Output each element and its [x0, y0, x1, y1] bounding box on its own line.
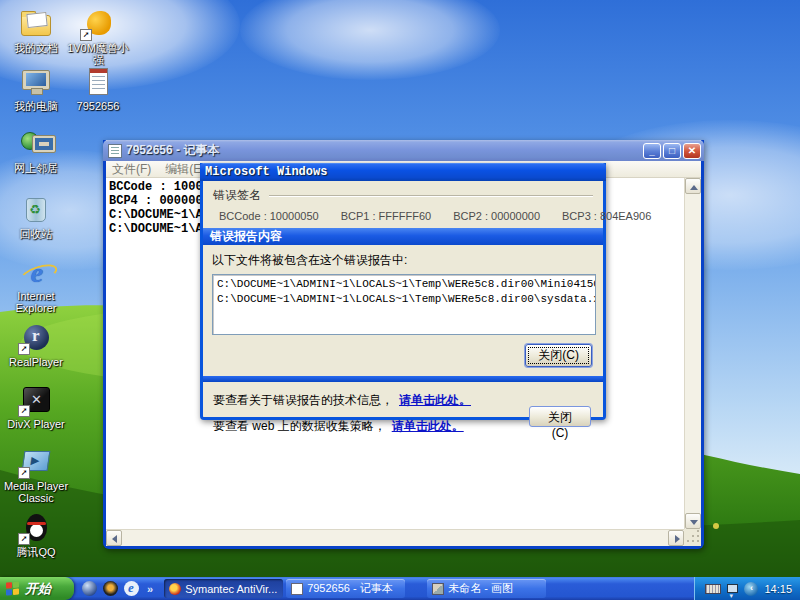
- internet-explorer-icon: e: [19, 256, 53, 288]
- taskbar-clock[interactable]: 14:15: [764, 583, 792, 595]
- taskbar-button-label: Symantec AntiVir...: [185, 583, 277, 595]
- report-contents-titlebar: 错误报告内容: [203, 228, 603, 245]
- data-policy-text: 要查看 web 上的数据收集策略，: [213, 419, 386, 433]
- my-documents-icon: [19, 8, 53, 40]
- notepad-task-icon: [291, 583, 303, 595]
- divx-player-icon: [19, 384, 53, 416]
- desktop-icon-label: 回收站: [0, 228, 72, 240]
- quicklaunch-realplayer-icon[interactable]: [82, 581, 97, 596]
- qq-icon: [19, 512, 53, 544]
- resize-grip[interactable]: [684, 529, 701, 546]
- vertical-scrollbar[interactable]: [684, 178, 701, 529]
- report-close-button[interactable]: 关闭(C): [525, 344, 592, 367]
- system-tray: ‹ 14:15: [694, 577, 800, 600]
- report-file-path: C:\DOCUME~1\ADMINI~1\LOCALS~1\Temp\WERe5…: [217, 292, 591, 307]
- network-places-icon: [19, 128, 53, 160]
- quicklaunch-internet-explorer-icon[interactable]: [124, 581, 139, 596]
- quicklaunch-overflow-chevron[interactable]: »: [147, 583, 153, 595]
- taskbar-button-label: 未命名 - 画图: [448, 581, 513, 596]
- taskbar-button-label: 7952656 - 记事本: [307, 581, 393, 596]
- minimize-button[interactable]: _: [643, 143, 661, 159]
- report-contents-title: 错误报告内容: [210, 228, 282, 245]
- bccode-value: BCCode : 10000050: [219, 210, 319, 222]
- data-policy-link[interactable]: 请单击此处。: [392, 419, 464, 433]
- realplayer-tray-icon[interactable]: ‹: [744, 582, 758, 596]
- taskbar: 开始 » Symantec AntiVir... 7952656 - 记事本 未…: [0, 577, 800, 600]
- notepad-window-icon: [108, 144, 122, 158]
- notepad-title: 7952656 - 记事本: [126, 142, 641, 159]
- tech-info-link[interactable]: 请单击此处。: [399, 393, 471, 407]
- scroll-up-button[interactable]: [685, 178, 701, 194]
- my-computer-icon: [19, 66, 53, 98]
- desktop-icon-divx-player[interactable]: DivX Player: [0, 384, 72, 430]
- desktop-icon-internet-explorer[interactable]: e Internet Explorer: [0, 256, 72, 314]
- desktop-icon-label: DivX Player: [0, 418, 72, 430]
- menu-file[interactable]: 文件(F): [112, 161, 151, 178]
- desktop-icon-network-places[interactable]: 网上邻居: [0, 128, 72, 174]
- symantec-icon: [169, 583, 181, 595]
- desktop-icon-7952656[interactable]: 7952656: [62, 66, 134, 112]
- dialog-footer: 要查看关于错误报告的技术信息，请单击此处。 要查看 web 上的数据收集策略，请…: [203, 382, 603, 435]
- desktop-icon-media-player-classic[interactable]: Media Player Classic: [0, 446, 72, 504]
- close-button[interactable]: ✕: [683, 143, 701, 159]
- taskbar-button-symantec[interactable]: Symantec AntiVir...: [164, 579, 283, 598]
- notepad-file-icon: [81, 66, 115, 98]
- error-signature-section: 错误签名 BCCode : 10000050 BCP1 : FFFFFF60 B…: [203, 181, 603, 228]
- quick-launch: »: [74, 581, 161, 596]
- dialog-titlebar[interactable]: Microsoft Windows: [200, 163, 606, 181]
- taskbar-button-paint[interactable]: 未命名 - 画图: [427, 579, 546, 598]
- desktop-icon-recycle-bin[interactable]: 回收站: [0, 194, 72, 240]
- scroll-right-button[interactable]: [668, 530, 684, 546]
- input-method-keyboard-icon[interactable]: [705, 584, 721, 594]
- recycle-bin-icon: [19, 194, 53, 226]
- bcp2-value: BCP2 : 00000000: [453, 210, 540, 222]
- taskbar-button-notepad[interactable]: 7952656 - 记事本: [286, 579, 405, 598]
- notepad-titlebar[interactable]: 7952656 - 记事本 _ □ ✕: [103, 140, 704, 161]
- maximize-button[interactable]: □: [663, 143, 681, 159]
- windows-flag-icon: [6, 581, 20, 595]
- desktop-icon-label: 1V0M魔兽小强: [62, 42, 134, 66]
- paint-task-icon: [432, 583, 444, 595]
- game-icon: [81, 8, 115, 40]
- desktop: 我的文档 1V0M魔兽小强 我的电脑 7952656 网上邻居 回收站 e In…: [0, 0, 800, 600]
- horizontal-scrollbar[interactable]: [106, 529, 684, 546]
- desktop-icon-label: RealPlayer: [0, 356, 72, 368]
- start-label: 开始: [25, 580, 51, 598]
- error-signature-label: 错误签名: [213, 187, 261, 204]
- media-player-classic-icon: [19, 446, 53, 478]
- desktop-icon-tencent-qq[interactable]: 腾讯QQ: [0, 512, 72, 558]
- desktop-icon-label: Media Player Classic: [0, 480, 72, 504]
- dialog-title: Microsoft Windows: [205, 165, 603, 179]
- error-report-dialog: Microsoft Windows 错误签名 BCCode : 10000050…: [200, 163, 606, 420]
- desktop-icon-label: 网上邻居: [0, 162, 72, 174]
- bcp1-value: BCP1 : FFFFFF60: [341, 210, 431, 222]
- desktop-icon-label: 腾讯QQ: [0, 546, 72, 558]
- groupbox-rule: [269, 195, 593, 196]
- desktop-icon-game-shortcut[interactable]: 1V0M魔兽小强: [62, 8, 134, 66]
- notepad-text: BCCode : 10000BCP4 : 0000000C:\DOCUME~1\…: [109, 180, 210, 236]
- realplayer-icon: [19, 322, 53, 354]
- tray-display-icon[interactable]: [727, 584, 738, 593]
- desktop-icon-label: Internet Explorer: [0, 290, 72, 314]
- report-intro-text: 以下文件将被包含在这个错误报告中:: [212, 252, 596, 269]
- quicklaunch-media-player-icon[interactable]: [103, 581, 118, 596]
- tech-info-text: 要查看关于错误报告的技术信息，: [213, 393, 393, 407]
- report-file-path: C:\DOCUME~1\ADMINI~1\LOCALS~1\Temp\WERe5…: [217, 277, 591, 292]
- desktop-icon-realplayer[interactable]: RealPlayer: [0, 322, 72, 368]
- bcp3-value: BCP3 : 804EA906: [562, 210, 651, 222]
- report-file-list[interactable]: C:\DOCUME~1\ADMINI~1\LOCALS~1\Temp\WERe5…: [212, 274, 596, 335]
- start-button[interactable]: 开始: [0, 577, 74, 600]
- scroll-left-button[interactable]: [106, 530, 122, 546]
- desktop-icon-label: 7952656: [62, 100, 134, 112]
- report-contents-body: 以下文件将被包含在这个错误报告中: C:\DOCUME~1\ADMINI~1\L…: [203, 245, 603, 367]
- dialog-close-button[interactable]: 关闭(C): [529, 406, 591, 427]
- scroll-down-button[interactable]: [685, 513, 701, 529]
